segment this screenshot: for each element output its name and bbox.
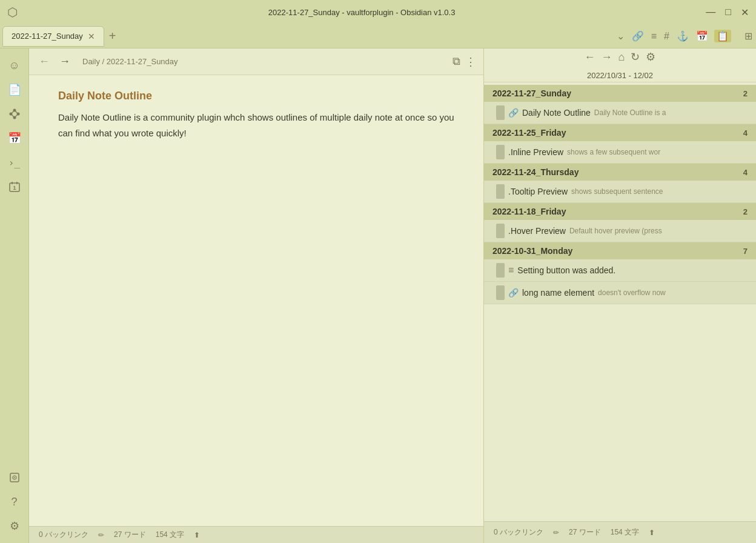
tab-bar: 2022-11-27_Sunday ✕ + ⌄ 🔗 ≡ # ⚓ 📅 📋 ⊞ [0, 24, 756, 48]
right-refresh-button[interactable]: ↻ [631, 50, 640, 64]
indent-block [496, 184, 505, 199]
item-preview: Daily Note Outline is a [594, 108, 748, 117]
sidebar-icon-daily[interactable]: 1 [4, 176, 25, 198]
hash-icon[interactable]: # [663, 30, 671, 43]
sidebar-icon-help[interactable]: ? [4, 491, 25, 513]
tab-close-button[interactable]: ✕ [88, 32, 95, 41]
editor-toolbar-right: ⧉ ⋮ [453, 55, 476, 68]
right-panel: ← → ⌂ ↻ ⚙ 2022/10/31 - 12/02 2022-11-27_… [483, 48, 756, 543]
right-statusbar: 0 バックリンク ✏ 27 ワード 154 文字 ⬆ [484, 521, 756, 543]
date-label: 2022-11-27_Sunday [492, 88, 571, 98]
item-title: .Inline Preview [508, 147, 563, 157]
minimize-button[interactable]: — [706, 7, 715, 18]
editor-content: Daily Note Outline Daily Note Outline is… [29, 75, 483, 526]
right-home-button[interactable]: ⌂ [618, 51, 625, 64]
item-preview: doesn't overflow now [598, 288, 748, 297]
list-item[interactable]: .Inline Preview shows a few subsequent w… [484, 141, 756, 164]
right-back-button[interactable]: ← [585, 51, 595, 64]
date-row[interactable]: 2022-11-27_Sunday 2 [484, 85, 756, 102]
right-words: 27 ワード [569, 527, 601, 538]
editor-forward-button[interactable]: → [57, 54, 73, 69]
right-panel-nav: ← → ⌂ ↻ ⚙ [585, 50, 656, 64]
obsidian-logo-icon: ⬡ [7, 5, 18, 19]
sync-icon: ⬆ [194, 531, 200, 539]
svg-point-14 [14, 477, 15, 478]
link-icon: 🔗 [508, 288, 519, 298]
left-sidebar: ☺ 📄 📅 ›_ 1 [0, 48, 29, 543]
date-row[interactable]: 2022-11-18_Friday 2 [484, 203, 756, 220]
date-count: 4 [743, 168, 748, 177]
item-title: Daily Note Outline [522, 108, 591, 118]
date-count: 2 [743, 207, 748, 216]
list-item[interactable]: .Hover Preview Default hover preview (pr… [484, 220, 756, 242]
window-controls: — □ ✕ [706, 7, 749, 18]
date-label: 2022-11-25_Friday [492, 128, 566, 138]
editor-breadcrumb: Daily / 2022-11-27_Sunday [82, 57, 178, 66]
tab-dropdown-icon[interactable]: ⌄ [615, 29, 626, 43]
note-heading: Daily Note Outline [58, 90, 454, 102]
sidebar-icon-terminal[interactable]: ›_ [4, 152, 25, 173]
right-forward-button[interactable]: → [602, 51, 612, 64]
list-item[interactable]: 🔗 Daily Note Outline Daily Note Outline … [484, 102, 756, 124]
svg-line-5 [15, 110, 18, 114]
date-range: 2022/10/31 - 12/02 [587, 71, 653, 80]
date-count: 4 [743, 128, 748, 138]
split-view-icon[interactable]: ⊞ [743, 29, 754, 43]
close-button[interactable]: ✕ [741, 7, 749, 18]
sidebar-icon-emoji[interactable]: ☺ [4, 55, 25, 76]
list-icon[interactable]: ≡ [650, 30, 658, 43]
item-title: .Tooltip Preview [508, 187, 568, 196]
calendar-icon[interactable]: 📅 [695, 29, 709, 43]
sidebar-icon-graph[interactable] [4, 103, 25, 125]
tab-label: 2022-11-27_Sunday [12, 32, 83, 41]
date-label: 2022-11-18_Friday [492, 207, 566, 216]
maximize-button[interactable]: □ [725, 7, 731, 18]
list-item[interactable]: .Tooltip Preview shows subsequent senten… [484, 181, 756, 203]
indent-block [496, 145, 505, 159]
backlinks-count: 0 バックリンク [39, 530, 88, 540]
editor-toolbar: ← → Daily / 2022-11-27_Sunday ⧉ ⋮ [29, 48, 483, 75]
edit-icon: ✏ [98, 531, 104, 539]
note-body: Daily Note Outline is a community plugin… [58, 110, 454, 141]
right-settings-button[interactable]: ⚙ [646, 50, 655, 64]
sidebar-icon-settings[interactable]: ⚙ [4, 515, 25, 537]
svg-line-4 [11, 110, 15, 114]
sidebar-icon-calendar[interactable]: 📅 [4, 127, 25, 149]
date-row[interactable]: 2022-11-25_Friday 4 [484, 124, 756, 141]
sidebar-icon-file[interactable]: 📄 [4, 79, 25, 101]
list-item[interactable]: ≡ Setting button was added. [484, 259, 756, 282]
date-label: 2022-11-24_Thursday [492, 167, 579, 177]
link-icon[interactable]: 🔗 [631, 29, 645, 43]
item-title: long name element [522, 288, 594, 298]
calendar-view-icon[interactable]: 📋 [714, 30, 731, 42]
date-row[interactable]: 2022-11-24_Thursday 4 [484, 164, 756, 181]
date-count: 7 [743, 247, 748, 256]
date-label: 2022-10-31_Monday [492, 246, 572, 256]
indent-block [496, 105, 505, 120]
list-item[interactable]: 🔗 long name element doesn't overflow now [484, 282, 756, 304]
anchor-icon[interactable]: ⚓ [675, 29, 690, 43]
new-tab-button[interactable]: + [104, 29, 121, 43]
right-backlinks: 0 バックリンク [494, 527, 543, 538]
tab-bar-right: ⌄ 🔗 ≡ # ⚓ 📅 📋 ⊞ [615, 29, 754, 43]
svg-line-7 [15, 114, 18, 118]
outline-list: 2022-11-27_Sunday 2 🔗 Daily Note Outline… [484, 82, 756, 521]
date-row[interactable]: 2022-10-31_Monday 7 [484, 242, 756, 259]
editor-statusbar: 0 バックリンク ✏ 27 ワード 154 文字 ⬆ [29, 526, 483, 543]
sidebar-icon-location[interactable] [4, 467, 25, 488]
right-sync-icon: ⬆ [649, 528, 655, 537]
link-icon: 🔗 [508, 108, 519, 118]
tab-active[interactable]: 2022-11-27_Sunday ✕ [2, 26, 104, 47]
right-edit-icon: ✏ [553, 528, 559, 537]
editor-area: ← → Daily / 2022-11-27_Sunday ⧉ ⋮ Daily … [29, 48, 483, 543]
word-count: 27 ワード [114, 530, 146, 540]
more-options-button[interactable]: ⋮ [465, 55, 476, 68]
date-count: 2 [743, 89, 748, 98]
item-preview: Default hover preview (press [569, 227, 748, 235]
window-title: 2022-11-27_Sunday - vaultforplugin - Obs… [18, 8, 706, 17]
item-preview: shows a few subsequent wor [567, 148, 748, 156]
editor-back-button[interactable]: ← [36, 54, 52, 69]
item-title: .Hover Preview [508, 226, 566, 236]
reading-view-button[interactable]: ⧉ [453, 55, 460, 68]
indent-block [496, 263, 505, 278]
